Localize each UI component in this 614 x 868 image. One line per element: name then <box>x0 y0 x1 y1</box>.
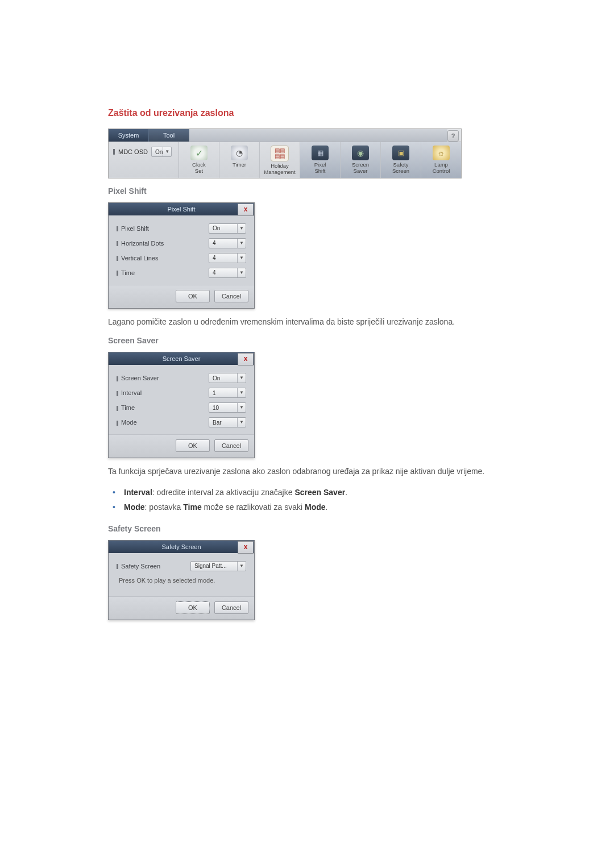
clock-icon: ✓ <box>190 146 208 160</box>
ok-button[interactable]: OK <box>176 439 210 452</box>
toolbar-item-screen-saver[interactable]: ◉ Screen Saver <box>341 142 381 178</box>
screen-saver-onoff-dropdown[interactable]: On▼ <box>209 373 246 383</box>
time-dropdown[interactable]: 4▼ <box>209 268 246 278</box>
tab-tool[interactable]: Tool <box>149 129 189 142</box>
horizontal-dots-dropdown[interactable]: 4▼ <box>209 238 246 248</box>
ok-button[interactable]: OK <box>176 601 210 614</box>
close-icon[interactable]: x <box>238 353 254 366</box>
calendar-icon: ▤▤▤▤ <box>271 146 289 161</box>
timer-icon: ◔ <box>231 146 248 160</box>
close-icon[interactable]: x <box>238 541 254 554</box>
ok-button[interactable]: OK <box>176 290 210 302</box>
pixel-shift-dialog: Pixel Shift x Pixel Shift On▼ Horizontal… <box>108 202 255 309</box>
screen-saver-bullets: Interval: odredite interval za aktivacij… <box>108 485 506 515</box>
toolbar: System Tool ? MDC OSD On ▼ ✓ Clock Set ◔… <box>108 128 462 178</box>
screen-saver-description: Ta funkcija sprječava urezivanje zaslona… <box>108 465 506 477</box>
screen-saver-heading: Screen Saver <box>108 336 506 345</box>
time-dropdown[interactable]: 10▼ <box>209 402 246 413</box>
safety-screen-hint: Press OK to play a selected mode. <box>119 577 246 584</box>
interval-dropdown[interactable]: 1▼ <box>209 388 246 398</box>
pixel-shift-heading: Pixel Shift <box>108 186 506 196</box>
lamp-icon: ☼ <box>433 146 450 160</box>
safety-screen-dialog: Safety Screen x Safety Screen Signal Pat… <box>108 540 255 620</box>
safety-screen-heading: Safety Screen <box>108 524 506 533</box>
screen-saver-icon: ◉ <box>352 146 369 160</box>
toolbar-item-safety-screen[interactable]: ▣ Safety Screen <box>381 142 421 178</box>
toolbar-item-lamp-control[interactable]: ☼ Lamp Control <box>421 142 461 178</box>
dialog-title: Pixel Shift x <box>109 203 254 215</box>
list-item: Interval: odredite interval za aktivacij… <box>108 485 506 500</box>
toolbar-item-pixel-shift[interactable]: ▦ Pixel Shift <box>300 142 341 178</box>
mode-dropdown[interactable]: Bar▼ <box>209 417 246 427</box>
dialog-title: Safety Screen x <box>109 541 254 553</box>
safety-screen-icon: ▣ <box>392 146 409 160</box>
close-icon[interactable]: x <box>238 203 254 216</box>
mdc-osd-label: MDC OSD <box>118 147 148 157</box>
toolbar-item-clock-set[interactable]: ✓ Clock Set <box>179 142 219 178</box>
toolbar-item-holiday[interactable]: ▤▤▤▤ Holiday Management <box>260 142 300 178</box>
chevron-down-icon: ▼ <box>163 147 171 156</box>
help-button[interactable]: ? <box>447 130 459 142</box>
vertical-lines-dropdown[interactable]: 4▼ <box>209 253 246 263</box>
toolbar-item-timer[interactable]: ◔ Timer <box>219 142 260 178</box>
cancel-button[interactable]: Cancel <box>214 290 248 302</box>
mdc-osd-dropdown[interactable]: On ▼ <box>151 147 172 157</box>
pixel-shift-icon: ▦ <box>312 146 329 160</box>
dialog-title: Screen Saver x <box>109 352 254 365</box>
section-title: Zaštita od urezivanja zaslona <box>108 108 506 118</box>
cancel-button[interactable]: Cancel <box>214 439 248 452</box>
pixel-shift-description: Lagano pomičite zaslon u određenim vreme… <box>108 315 506 328</box>
screen-saver-dialog: Screen Saver x Screen Saver On▼ Interval… <box>108 352 255 458</box>
pixel-shift-onoff-dropdown[interactable]: On▼ <box>209 223 246 234</box>
tab-system[interactable]: System <box>109 129 149 142</box>
list-item: Mode: postavka Time može se razlikovati … <box>108 500 506 515</box>
safety-screen-mode-dropdown[interactable]: Signal Patt...▼ <box>190 561 246 571</box>
cancel-button[interactable]: Cancel <box>214 601 248 614</box>
